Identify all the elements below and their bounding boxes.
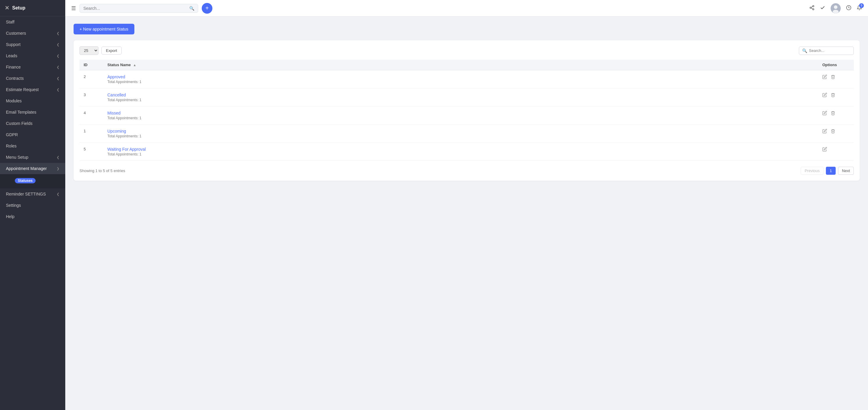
cell-id: 1 [80, 125, 103, 143]
add-button[interactable]: + [202, 3, 212, 14]
chevron-icon: ❮ [57, 88, 59, 92]
notification-bell[interactable]: 9 [857, 5, 862, 11]
chevron-down-icon: ❯ [57, 167, 59, 170]
share-icon[interactable] [809, 5, 815, 11]
sidebar-item-label: GDPR [6, 132, 18, 137]
pagination-info: Showing 1 to 5 of 5 entries [80, 168, 125, 173]
svg-point-6 [834, 5, 837, 9]
notification-count: 9 [859, 3, 864, 8]
svg-point-7 [833, 10, 839, 13]
edit-icon[interactable] [822, 93, 827, 98]
sidebar-item-support[interactable]: Support ❮ [0, 39, 65, 50]
chevron-icon: ❮ [57, 54, 59, 58]
status-name-link[interactable]: Cancelled [107, 93, 814, 97]
edit-icon[interactable] [822, 129, 827, 135]
status-sub-text: Total Appointments: 1 [107, 80, 814, 84]
sidebar-item-modules[interactable]: Modules [0, 95, 65, 106]
sidebar-item-gdpr[interactable]: GDPR [0, 129, 65, 140]
status-name-link[interactable]: Waiting For Approval [107, 147, 814, 152]
cell-options [818, 88, 854, 106]
sidebar-item-finance[interactable]: Finance ❮ [0, 61, 65, 73]
avatar[interactable] [831, 3, 841, 13]
sidebar-item-email-templates[interactable]: Email Templates [0, 106, 65, 118]
svg-line-4 [811, 6, 812, 7]
sidebar-item-reminder-settings[interactable]: Reminder SETTINGS ❮ [0, 188, 65, 200]
sidebar-item-label: Settings [6, 203, 21, 208]
cell-options [818, 70, 854, 88]
status-sub-text: Total Appointments: 1 [107, 152, 814, 156]
status-sub-text: Total Appointments: 1 [107, 134, 814, 138]
sidebar-item-staff[interactable]: Staff [0, 16, 65, 28]
search-input[interactable] [83, 6, 187, 11]
cell-id: 2 [80, 70, 103, 88]
new-appointment-status-button[interactable]: + New appointment Status [73, 24, 134, 34]
table-search-input[interactable] [809, 49, 850, 53]
cell-status-name: MissedTotal Appointments: 1 [103, 106, 818, 125]
status-sub-text: Total Appointments: 1 [107, 116, 814, 120]
sidebar-item-menu-setup[interactable]: Menu Setup ❮ [0, 152, 65, 163]
export-button[interactable]: Export [101, 46, 122, 55]
delete-icon[interactable] [831, 111, 835, 117]
menu-icon[interactable]: ☰ [71, 5, 76, 11]
sidebar-item-roles[interactable]: Roles [0, 140, 65, 152]
pagination-row: Showing 1 to 5 of 5 entries Previous 1 N… [80, 167, 854, 175]
cell-status-name: UpcomingTotal Appointments: 1 [103, 125, 818, 143]
chevron-icon: ❮ [57, 192, 59, 196]
sidebar-item-settings[interactable]: Settings [0, 200, 65, 211]
table-search-box: 🔍 [799, 46, 854, 55]
previous-button[interactable]: Previous [801, 167, 824, 175]
sidebar-item-customers[interactable]: Customers ❮ [0, 28, 65, 39]
delete-icon[interactable] [831, 74, 835, 81]
status-name-link[interactable]: Missed [107, 111, 814, 116]
sidebar-title: Setup [12, 5, 25, 11]
chevron-icon: ❮ [57, 65, 59, 69]
cell-options [818, 143, 854, 161]
sidebar-item-label: Appointment Manager [6, 166, 47, 171]
table-toolbar: 25 50 100 Export 🔍 [80, 46, 854, 55]
sidebar-item-label: Reminder SETTINGS [6, 192, 46, 196]
check-icon[interactable] [820, 5, 825, 11]
sidebar-item-label: Support [6, 42, 21, 47]
sidebar-item-help[interactable]: Help [0, 211, 65, 222]
per-page-select[interactable]: 25 50 100 [80, 46, 98, 55]
table-row: 2ApprovedTotal Appointments: 1 [80, 70, 854, 88]
statuses-badge[interactable]: Statuses [15, 178, 36, 183]
table-body: 2ApprovedTotal Appointments: 13Cancelled… [80, 70, 854, 161]
sidebar-item-label: Customers [6, 31, 26, 36]
sidebar-item-label: Custom Fields [6, 121, 32, 126]
col-header-status-name[interactable]: Status Name ▲ [103, 60, 818, 70]
sidebar-item-estimate-request[interactable]: Estimate Request ❮ [0, 84, 65, 95]
sidebar-item-contracts[interactable]: Contracts ❮ [0, 73, 65, 84]
clock-icon[interactable] [846, 5, 851, 11]
sidebar-item-label: Contracts [6, 76, 24, 81]
chevron-icon: ❮ [57, 155, 59, 159]
cell-status-name: ApprovedTotal Appointments: 1 [103, 70, 818, 88]
svg-line-3 [811, 8, 812, 9]
edit-icon[interactable] [822, 147, 827, 153]
delete-icon[interactable] [831, 93, 835, 98]
sidebar-item-custom-fields[interactable]: Custom Fields [0, 118, 65, 129]
table-row: 3CancelledTotal Appointments: 1 [80, 88, 854, 106]
edit-icon[interactable] [822, 74, 827, 81]
page-header: + New appointment Status [73, 24, 860, 34]
close-icon[interactable]: ✕ [5, 5, 9, 11]
status-name-link[interactable]: Approved [107, 74, 814, 79]
sidebar-item-label: Email Templates [6, 110, 36, 115]
status-table: ID Status Name ▲ Options 2ApprovedTotal … [80, 60, 854, 161]
sidebar-item-leads[interactable]: Leads ❮ [0, 50, 65, 61]
edit-icon[interactable] [822, 111, 827, 117]
page-1-button[interactable]: 1 [826, 167, 836, 175]
search-icon: 🔍 [189, 6, 194, 11]
delete-icon[interactable] [831, 129, 835, 135]
status-name-link[interactable]: Upcoming [107, 129, 814, 133]
new-status-btn-label: + New appointment Status [80, 27, 128, 31]
cell-options [818, 125, 854, 143]
sidebar-sub-item-statuses[interactable]: Statuses [0, 174, 65, 188]
sidebar-item-appointment-manager[interactable]: Appointment Manager ❯ [0, 163, 65, 174]
col-header-id: ID [80, 60, 103, 70]
sidebar-item-label: Modules [6, 98, 22, 103]
topbar: ☰ 🔍 + 9 [65, 0, 868, 17]
sidebar: ✕ Setup Staff Customers ❮ Support ❮ Lead… [0, 0, 65, 410]
next-button[interactable]: Next [838, 167, 854, 175]
sidebar-header[interactable]: ✕ Setup [0, 0, 65, 16]
